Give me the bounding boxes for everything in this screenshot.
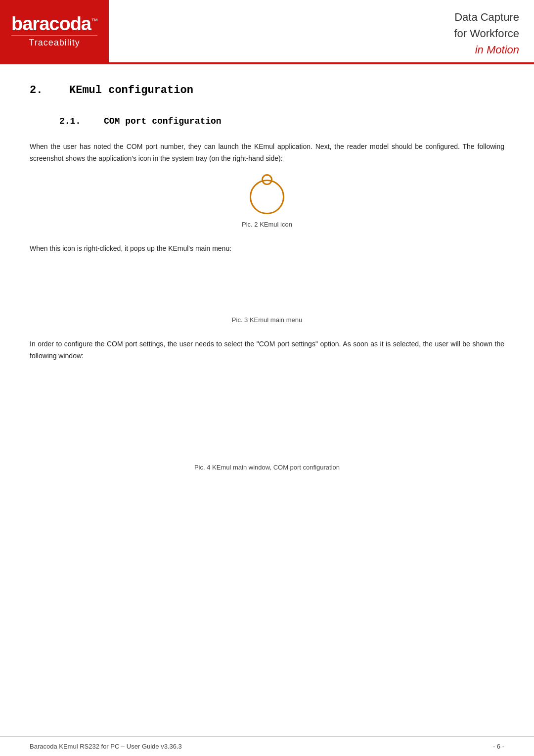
logo-area: baracoda™ Traceability <box>0 0 109 62</box>
logo-traceability: Traceability <box>11 35 97 48</box>
section-number: 2. <box>30 84 54 96</box>
logo-baracoda: baracoda™ <box>11 14 97 33</box>
subsection-title: COM port configuration <box>104 116 222 126</box>
header-tagline: Data Capture for Workforce in Motion <box>109 0 534 62</box>
pic3-caption: Pic. 3 KEmul main menu <box>232 316 302 324</box>
figure-2: Pic. 2 KEmul icon <box>30 180 504 228</box>
logo-main-text: baracoda <box>11 13 91 34</box>
page: baracoda™ Traceability Data Capture for … <box>0 0 534 756</box>
footer: Baracoda KEmul RS232 for PC – User Guide… <box>0 736 534 756</box>
figure-4: Pic. 4 KEmul main window, COM port confi… <box>30 372 504 471</box>
subsection-number: 2.1. <box>59 116 94 126</box>
paragraph-2: When this icon is right-clicked, it pops… <box>30 243 504 255</box>
figure-3: Pic. 3 KEmul main menu <box>30 264 504 324</box>
pic4-caption: Pic. 4 KEmul main window, COM port confi… <box>194 464 340 471</box>
footer-left: Baracoda KEmul RS232 for PC – User Guide… <box>30 743 182 750</box>
tagline-line-3: in Motion <box>475 42 519 58</box>
section-2-heading: 2. KEmul configuration <box>30 79 504 101</box>
subsection-2-1-heading: 2.1. COM port configuration <box>59 116 504 126</box>
logo: baracoda™ Traceability <box>11 14 97 48</box>
tagline-line-1: Data Capture <box>454 9 519 25</box>
pic2-caption: Pic. 2 KEmul icon <box>242 221 292 228</box>
main-content: 2. KEmul configuration 2.1. COM port con… <box>0 64 534 736</box>
logo-tm: ™ <box>91 17 97 25</box>
tagline-line-2: for Workforce <box>454 25 519 42</box>
section-title: KEmul configuration <box>69 84 193 96</box>
paragraph-3: In order to configure the COM port setti… <box>30 338 504 362</box>
header: baracoda™ Traceability Data Capture for … <box>0 0 534 64</box>
paragraph-1: When the user has noted the COM port num… <box>30 141 504 165</box>
kemul-icon-image <box>250 180 284 214</box>
footer-right: - 6 - <box>493 743 504 750</box>
